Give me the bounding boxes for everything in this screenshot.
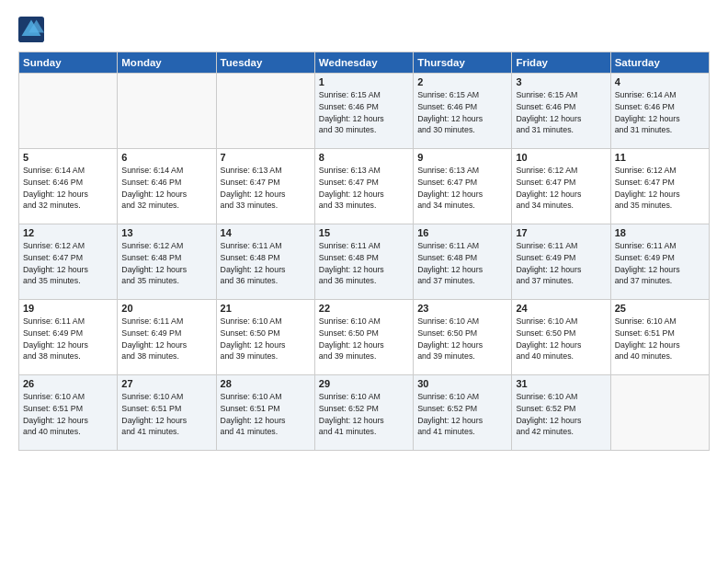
weekday-monday: Monday	[118, 52, 216, 74]
day-info: Sunrise: 6:13 AM Sunset: 6:47 PM Dayligh…	[221, 165, 311, 212]
day-number: 28	[221, 378, 311, 389]
day-cell	[216, 74, 314, 149]
day-cell: 21Sunrise: 6:10 AM Sunset: 6:50 PM Dayli…	[216, 300, 314, 375]
day-cell: 7Sunrise: 6:13 AM Sunset: 6:47 PM Daylig…	[216, 149, 314, 224]
day-cell: 6Sunrise: 6:14 AM Sunset: 6:46 PM Daylig…	[118, 149, 216, 224]
day-number: 22	[319, 303, 409, 314]
day-number: 5	[23, 152, 113, 163]
day-cell: 22Sunrise: 6:10 AM Sunset: 6:50 PM Dayli…	[314, 300, 413, 375]
week-row-4: 19Sunrise: 6:11 AM Sunset: 6:49 PM Dayli…	[19, 300, 710, 375]
day-cell: 20Sunrise: 6:11 AM Sunset: 6:49 PM Dayli…	[118, 300, 216, 375]
day-info: Sunrise: 6:10 AM Sunset: 6:50 PM Dayligh…	[516, 316, 606, 362]
day-number: 26	[23, 378, 113, 389]
day-number: 16	[417, 227, 507, 238]
day-number: 18	[615, 227, 705, 238]
day-info: Sunrise: 6:11 AM Sunset: 6:48 PM Dayligh…	[221, 240, 311, 287]
day-info: Sunrise: 6:13 AM Sunset: 6:47 PM Dayligh…	[319, 165, 409, 212]
day-number: 4	[615, 76, 705, 87]
day-number: 24	[516, 303, 606, 314]
week-row-3: 12Sunrise: 6:12 AM Sunset: 6:47 PM Dayli…	[19, 224, 710, 300]
weekday-wednesday: Wednesday	[314, 52, 413, 74]
day-cell: 11Sunrise: 6:12 AM Sunset: 6:47 PM Dayli…	[610, 149, 709, 224]
day-number: 25	[615, 303, 705, 314]
day-info: Sunrise: 6:10 AM Sunset: 6:52 PM Dayligh…	[319, 391, 409, 438]
day-cell: 16Sunrise: 6:11 AM Sunset: 6:48 PM Dayli…	[414, 224, 512, 300]
day-cell: 25Sunrise: 6:10 AM Sunset: 6:51 PM Dayli…	[610, 300, 709, 375]
weekday-thursday: Thursday	[414, 52, 512, 74]
day-info: Sunrise: 6:10 AM Sunset: 6:51 PM Dayligh…	[23, 391, 113, 438]
day-info: Sunrise: 6:10 AM Sunset: 6:52 PM Dayligh…	[516, 391, 606, 438]
day-cell: 8Sunrise: 6:13 AM Sunset: 6:47 PM Daylig…	[314, 149, 413, 224]
day-info: Sunrise: 6:10 AM Sunset: 6:51 PM Dayligh…	[121, 391, 211, 438]
day-number: 1	[319, 76, 409, 87]
weekday-friday: Friday	[512, 52, 610, 74]
day-number: 19	[23, 303, 113, 314]
day-info: Sunrise: 6:11 AM Sunset: 6:49 PM Dayligh…	[615, 240, 705, 287]
calendar-table: SundayMondayTuesdayWednesdayThursdayFrid…	[18, 52, 710, 451]
week-row-2: 5Sunrise: 6:14 AM Sunset: 6:46 PM Daylig…	[19, 149, 710, 224]
day-number: 13	[121, 227, 211, 238]
day-info: Sunrise: 6:10 AM Sunset: 6:52 PM Dayligh…	[417, 391, 507, 438]
day-cell	[118, 74, 216, 149]
day-cell	[19, 74, 118, 149]
day-cell: 2Sunrise: 6:15 AM Sunset: 6:46 PM Daylig…	[414, 74, 512, 149]
day-info: Sunrise: 6:11 AM Sunset: 6:49 PM Dayligh…	[516, 240, 606, 287]
day-cell: 17Sunrise: 6:11 AM Sunset: 6:49 PM Dayli…	[512, 224, 610, 300]
day-info: Sunrise: 6:15 AM Sunset: 6:46 PM Dayligh…	[516, 89, 606, 136]
week-row-1: 1Sunrise: 6:15 AM Sunset: 6:46 PM Daylig…	[19, 74, 710, 149]
day-cell: 19Sunrise: 6:11 AM Sunset: 6:49 PM Dayli…	[19, 300, 118, 375]
day-info: Sunrise: 6:10 AM Sunset: 6:50 PM Dayligh…	[319, 316, 409, 362]
day-cell: 3Sunrise: 6:15 AM Sunset: 6:46 PM Daylig…	[512, 74, 610, 149]
day-number: 9	[417, 152, 507, 163]
day-info: Sunrise: 6:15 AM Sunset: 6:46 PM Dayligh…	[417, 89, 507, 136]
day-cell: 5Sunrise: 6:14 AM Sunset: 6:46 PM Daylig…	[19, 149, 118, 224]
day-cell: 29Sunrise: 6:10 AM Sunset: 6:52 PM Dayli…	[314, 375, 413, 451]
day-cell: 26Sunrise: 6:10 AM Sunset: 6:51 PM Dayli…	[19, 375, 118, 451]
day-info: Sunrise: 6:11 AM Sunset: 6:49 PM Dayligh…	[121, 316, 211, 362]
day-cell: 12Sunrise: 6:12 AM Sunset: 6:47 PM Dayli…	[19, 224, 118, 300]
day-number: 20	[121, 303, 211, 314]
day-number: 31	[516, 378, 606, 389]
calendar-page: SundayMondayTuesdayWednesdayThursdayFrid…	[0, 0, 728, 563]
day-number: 30	[417, 378, 507, 389]
day-number: 27	[121, 378, 211, 389]
day-info: Sunrise: 6:12 AM Sunset: 6:47 PM Dayligh…	[615, 165, 705, 212]
day-number: 6	[121, 152, 211, 163]
day-cell	[610, 375, 709, 451]
day-info: Sunrise: 6:14 AM Sunset: 6:46 PM Dayligh…	[615, 89, 705, 136]
header	[18, 17, 710, 42]
weekday-saturday: Saturday	[610, 52, 709, 74]
day-info: Sunrise: 6:10 AM Sunset: 6:51 PM Dayligh…	[221, 391, 311, 438]
day-cell: 10Sunrise: 6:12 AM Sunset: 6:47 PM Dayli…	[512, 149, 610, 224]
day-number: 3	[516, 76, 606, 87]
day-number: 15	[319, 227, 409, 238]
day-cell: 14Sunrise: 6:11 AM Sunset: 6:48 PM Dayli…	[216, 224, 314, 300]
day-cell: 15Sunrise: 6:11 AM Sunset: 6:48 PM Dayli…	[314, 224, 413, 300]
day-info: Sunrise: 6:15 AM Sunset: 6:46 PM Dayligh…	[319, 89, 409, 136]
day-number: 21	[221, 303, 311, 314]
day-info: Sunrise: 6:10 AM Sunset: 6:50 PM Dayligh…	[417, 316, 507, 362]
day-cell: 24Sunrise: 6:10 AM Sunset: 6:50 PM Dayli…	[512, 300, 610, 375]
day-cell: 31Sunrise: 6:10 AM Sunset: 6:52 PM Dayli…	[512, 375, 610, 451]
day-number: 10	[516, 152, 606, 163]
day-number: 29	[319, 378, 409, 389]
day-cell: 23Sunrise: 6:10 AM Sunset: 6:50 PM Dayli…	[414, 300, 512, 375]
day-info: Sunrise: 6:13 AM Sunset: 6:47 PM Dayligh…	[417, 165, 507, 212]
weekday-sunday: Sunday	[19, 52, 118, 74]
day-cell: 30Sunrise: 6:10 AM Sunset: 6:52 PM Dayli…	[414, 375, 512, 451]
day-number: 23	[417, 303, 507, 314]
day-number: 7	[221, 152, 311, 163]
day-number: 12	[23, 227, 113, 238]
day-info: Sunrise: 6:14 AM Sunset: 6:46 PM Dayligh…	[23, 165, 113, 212]
day-info: Sunrise: 6:12 AM Sunset: 6:47 PM Dayligh…	[23, 240, 113, 287]
day-cell: 4Sunrise: 6:14 AM Sunset: 6:46 PM Daylig…	[610, 74, 709, 149]
weekday-tuesday: Tuesday	[216, 52, 314, 74]
weekday-header-row: SundayMondayTuesdayWednesdayThursdayFrid…	[19, 52, 710, 74]
day-cell: 9Sunrise: 6:13 AM Sunset: 6:47 PM Daylig…	[414, 149, 512, 224]
logo	[18, 17, 48, 42]
day-info: Sunrise: 6:10 AM Sunset: 6:50 PM Dayligh…	[221, 316, 311, 362]
day-number: 8	[319, 152, 409, 163]
day-number: 11	[615, 152, 705, 163]
day-cell: 1Sunrise: 6:15 AM Sunset: 6:46 PM Daylig…	[314, 74, 413, 149]
day-info: Sunrise: 6:12 AM Sunset: 6:48 PM Dayligh…	[121, 240, 211, 287]
